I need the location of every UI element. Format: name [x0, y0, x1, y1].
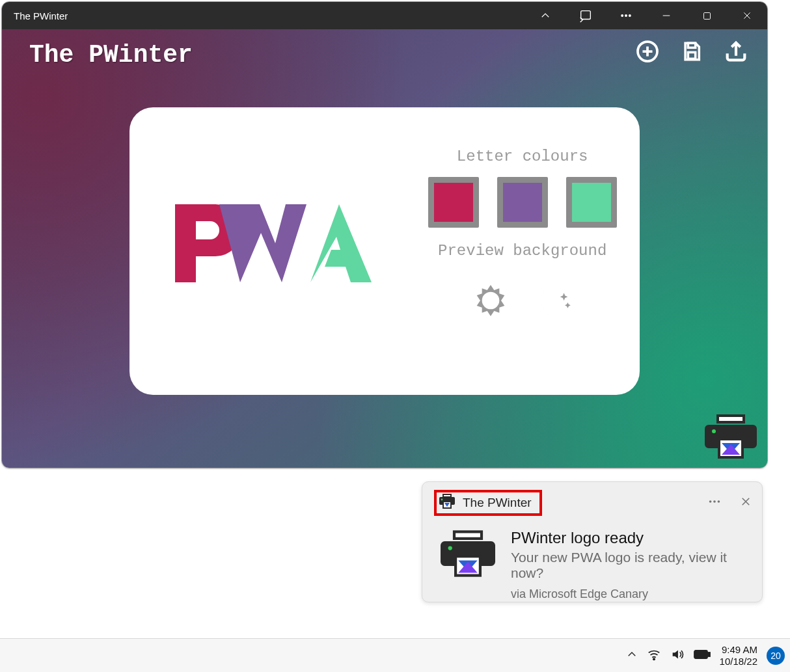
titlebar[interactable]: The PWinter — [2, 2, 767, 29]
swatch-w[interactable] — [497, 177, 548, 228]
svg-rect-40 — [708, 652, 710, 656]
svg-point-18 — [712, 429, 716, 433]
swatch-p[interactable] — [428, 177, 479, 228]
notification-toast[interactable]: The PWinter PWinter logo ready Your ne — [422, 481, 763, 602]
taskbar-clock[interactable]: 9:49 AM 10/18/22 — [720, 644, 757, 667]
svg-rect-5 — [703, 12, 710, 19]
taskbar[interactable]: 9:49 AM 10/18/22 20 — [0, 638, 790, 672]
toast-source: via Microsoft Edge Canary — [511, 587, 752, 601]
svg-rect-11 — [688, 43, 695, 47]
svg-point-28 — [713, 500, 716, 503]
svg-point-24 — [441, 499, 443, 501]
preview-bg-label: Preview background — [438, 242, 606, 260]
cast-icon[interactable] — [565, 2, 606, 29]
svg-point-1 — [621, 15, 623, 17]
pwa-logo — [170, 193, 378, 310]
svg-point-3 — [629, 15, 631, 17]
window-title: The PWinter — [14, 10, 68, 21]
titlebar-buttons — [525, 2, 767, 29]
toast-source-highlight: The PWinter — [434, 490, 542, 516]
share-button[interactable] — [723, 38, 749, 64]
svg-marker-16 — [565, 302, 571, 308]
minimize-button[interactable] — [646, 2, 687, 29]
printer-large-icon — [441, 529, 495, 601]
toast-text-block: PWinter logo ready Your new PWA logo is … — [511, 529, 752, 601]
app-body: The PWinter — [2, 29, 767, 468]
svg-point-29 — [718, 500, 720, 503]
volume-icon[interactable] — [670, 647, 685, 664]
toast-more-icon[interactable] — [707, 494, 722, 512]
svg-rect-32 — [454, 531, 482, 539]
svg-point-37 — [653, 658, 654, 660]
svg-point-14 — [482, 292, 499, 310]
preview-bg-toggle — [468, 278, 577, 323]
toast-close-icon[interactable] — [740, 496, 752, 511]
svg-point-2 — [625, 15, 627, 17]
svg-marker-15 — [560, 293, 567, 301]
svg-point-27 — [709, 500, 712, 503]
svg-marker-38 — [672, 651, 677, 659]
add-button[interactable] — [634, 38, 661, 64]
toast-body: PWinter logo ready Your new PWA logo is … — [434, 529, 752, 601]
colour-swatches — [428, 177, 617, 228]
toast-actions — [707, 494, 752, 512]
close-button[interactable] — [727, 2, 767, 29]
toast-app-name: The PWinter — [463, 496, 532, 510]
wifi-icon[interactable] — [647, 647, 661, 664]
toast-header: The PWinter — [434, 490, 752, 516]
toast-title: PWinter logo ready — [511, 529, 752, 547]
notification-badge[interactable]: 20 — [767, 647, 785, 665]
svg-point-33 — [448, 546, 452, 550]
printer-icon[interactable] — [705, 413, 757, 460]
sun-icon — [470, 280, 511, 321]
taskbar-time: 9:49 AM — [720, 644, 757, 656]
swatch-a[interactable] — [566, 177, 617, 228]
svg-rect-12 — [688, 52, 695, 59]
app-heading: The PWinter — [29, 41, 193, 69]
maximize-button[interactable] — [687, 2, 727, 29]
svg-rect-17 — [718, 416, 744, 422]
system-tray[interactable] — [626, 647, 711, 664]
chevron-up-icon[interactable] — [525, 2, 565, 29]
printer-mini-icon — [438, 494, 456, 512]
dark-mode-button[interactable] — [532, 278, 577, 323]
taskbar-date: 10/18/22 — [720, 656, 757, 667]
battery-icon[interactable] — [694, 649, 711, 662]
badge-count: 20 — [770, 651, 781, 661]
light-mode-button[interactable] — [468, 278, 513, 323]
tray-chevron-icon[interactable] — [626, 649, 638, 662]
moon-icon — [532, 278, 577, 323]
svg-rect-0 — [581, 11, 591, 20]
svg-rect-22 — [443, 494, 451, 497]
editor-card: Letter colours Preview background — [129, 107, 640, 395]
save-button[interactable] — [679, 38, 705, 64]
app-window: The PWinter The PWinter — [1, 1, 768, 468]
app-toolbar — [634, 38, 749, 64]
logo-preview — [129, 107, 405, 395]
more-icon[interactable] — [606, 2, 646, 29]
svg-rect-39 — [694, 651, 707, 658]
toast-text: Your new PWA logo is ready, view it now? — [511, 550, 752, 581]
controls-panel: Letter colours Preview background — [405, 107, 640, 395]
letter-colours-label: Letter colours — [457, 148, 588, 165]
